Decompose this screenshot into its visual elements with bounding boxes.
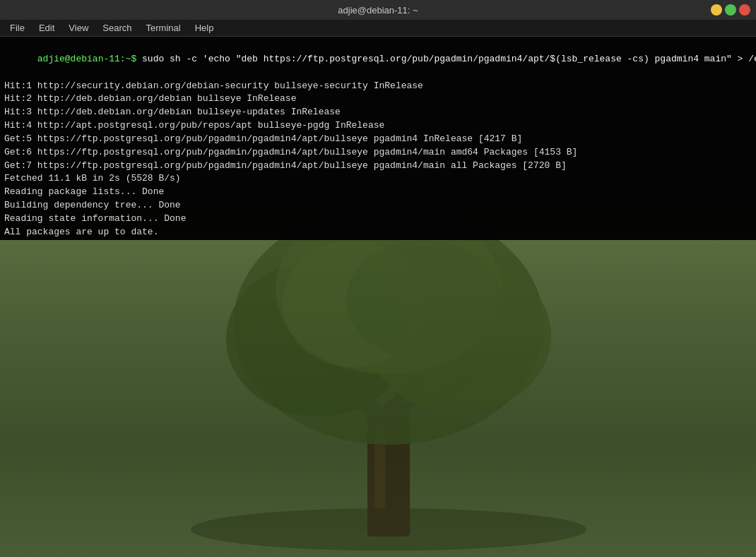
terminal-line-4: Hit:4 http://apt.postgresql.org/pub/repo… [4,119,752,133]
terminal-line-9: Reading package lists... Done [4,186,752,199]
terminal-line-8: Fetched 11.1 kB in 2s (5528 B/s) [4,172,752,186]
terminal-line-1: Hit:1 http://security.debian.org/debian-… [4,80,752,93]
terminal-window: adjie@debian-11: ~ − □ ✕ File Edit View … [0,0,756,240]
terminal-line-5: Get:5 https://ftp.postgresql.org/pub/pga… [4,133,752,146]
window-title: adjie@debian-11: ~ [338,5,418,16]
tree-decoration [177,198,601,551]
terminal-line-11: Reading state information... Done [4,212,752,226]
terminal-line-cmd: adjie@debian-11:~$ sudo sh -c 'echo "deb… [4,40,752,80]
svg-point-12 [346,240,502,360]
menu-edit[interactable]: Edit [32,21,61,35]
terminal-line-prompt2: adjie@debian-11:~$ [4,239,752,240]
menu-bar: File Edit View Search Terminal Help [0,20,756,37]
terminal-line-7: Get:7 https://ftp.postgresql.org/pub/pga… [4,160,752,173]
menu-help[interactable]: Help [188,21,221,35]
minimize-button[interactable]: − [711,4,722,16]
terminal-line-12: All packages are up to date. [4,226,752,239]
command-1: sudo sh -c 'echo "deb https://ftp.postgr… [136,54,756,64]
prompt-1: adjie@debian-11:~$ [37,54,136,64]
close-button[interactable]: ✕ [739,4,750,16]
title-bar-controls: − □ ✕ [711,4,750,16]
maximize-button[interactable]: □ [725,4,736,16]
terminal-line-2: Hit:2 http://deb.debian.org/debian bulls… [4,92,752,106]
terminal-content[interactable]: adjie@debian-11:~$ sudo sh -c 'echo "deb… [0,37,756,240]
terminal-line-6: Get:6 https://ftp.postgresql.org/pub/pga… [4,146,752,160]
terminal-line-3: Hit:3 http://deb.debian.org/debian bulls… [4,106,752,119]
menu-terminal[interactable]: Terminal [139,21,188,35]
menu-search[interactable]: Search [95,21,138,35]
menu-view[interactable]: View [61,21,95,35]
title-bar: adjie@debian-11: ~ − □ ✕ [0,0,756,20]
terminal-line-10: Building dependency tree... Done [4,199,752,212]
menu-file[interactable]: File [3,21,32,35]
